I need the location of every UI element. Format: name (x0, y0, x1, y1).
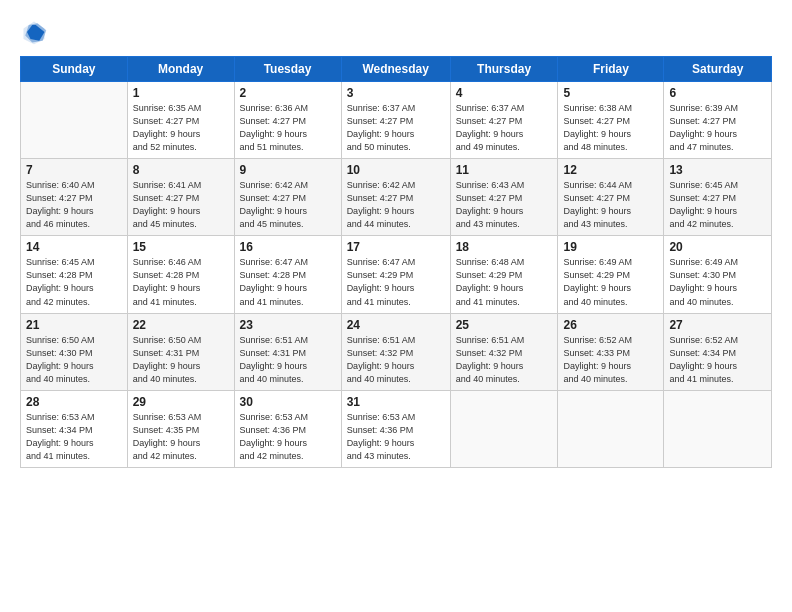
day-number: 14 (26, 240, 122, 254)
day-cell: 2Sunrise: 6:36 AM Sunset: 4:27 PM Daylig… (234, 82, 341, 159)
day-header-sunday: Sunday (21, 57, 128, 82)
day-info: Sunrise: 6:49 AM Sunset: 4:30 PM Dayligh… (669, 256, 766, 308)
day-info: Sunrise: 6:40 AM Sunset: 4:27 PM Dayligh… (26, 179, 122, 231)
day-cell: 15Sunrise: 6:46 AM Sunset: 4:28 PM Dayli… (127, 236, 234, 313)
day-cell: 12Sunrise: 6:44 AM Sunset: 4:27 PM Dayli… (558, 159, 664, 236)
day-number: 26 (563, 318, 658, 332)
day-cell: 25Sunrise: 6:51 AM Sunset: 4:32 PM Dayli… (450, 313, 558, 390)
day-number: 29 (133, 395, 229, 409)
day-cell: 31Sunrise: 6:53 AM Sunset: 4:36 PM Dayli… (341, 390, 450, 467)
day-cell: 28Sunrise: 6:53 AM Sunset: 4:34 PM Dayli… (21, 390, 128, 467)
day-cell (558, 390, 664, 467)
day-cell (664, 390, 772, 467)
header-row: SundayMondayTuesdayWednesdayThursdayFrid… (21, 57, 772, 82)
day-cell: 1Sunrise: 6:35 AM Sunset: 4:27 PM Daylig… (127, 82, 234, 159)
day-number: 31 (347, 395, 445, 409)
day-info: Sunrise: 6:37 AM Sunset: 4:27 PM Dayligh… (347, 102, 445, 154)
day-info: Sunrise: 6:53 AM Sunset: 4:36 PM Dayligh… (240, 411, 336, 463)
day-number: 22 (133, 318, 229, 332)
day-number: 12 (563, 163, 658, 177)
day-number: 28 (26, 395, 122, 409)
day-info: Sunrise: 6:51 AM Sunset: 4:32 PM Dayligh… (456, 334, 553, 386)
week-row-5: 28Sunrise: 6:53 AM Sunset: 4:34 PM Dayli… (21, 390, 772, 467)
day-info: Sunrise: 6:49 AM Sunset: 4:29 PM Dayligh… (563, 256, 658, 308)
day-cell (450, 390, 558, 467)
day-info: Sunrise: 6:53 AM Sunset: 4:34 PM Dayligh… (26, 411, 122, 463)
day-number: 7 (26, 163, 122, 177)
day-number: 18 (456, 240, 553, 254)
day-info: Sunrise: 6:47 AM Sunset: 4:29 PM Dayligh… (347, 256, 445, 308)
day-number: 4 (456, 86, 553, 100)
day-number: 1 (133, 86, 229, 100)
day-header-monday: Monday (127, 57, 234, 82)
day-number: 23 (240, 318, 336, 332)
day-cell: 24Sunrise: 6:51 AM Sunset: 4:32 PM Dayli… (341, 313, 450, 390)
day-header-saturday: Saturday (664, 57, 772, 82)
day-cell: 4Sunrise: 6:37 AM Sunset: 4:27 PM Daylig… (450, 82, 558, 159)
logo-icon (20, 18, 48, 46)
day-info: Sunrise: 6:35 AM Sunset: 4:27 PM Dayligh… (133, 102, 229, 154)
day-cell: 23Sunrise: 6:51 AM Sunset: 4:31 PM Dayli… (234, 313, 341, 390)
day-cell: 17Sunrise: 6:47 AM Sunset: 4:29 PM Dayli… (341, 236, 450, 313)
week-row-2: 7Sunrise: 6:40 AM Sunset: 4:27 PM Daylig… (21, 159, 772, 236)
day-header-friday: Friday (558, 57, 664, 82)
day-number: 17 (347, 240, 445, 254)
day-cell: 27Sunrise: 6:52 AM Sunset: 4:34 PM Dayli… (664, 313, 772, 390)
day-cell: 10Sunrise: 6:42 AM Sunset: 4:27 PM Dayli… (341, 159, 450, 236)
day-info: Sunrise: 6:48 AM Sunset: 4:29 PM Dayligh… (456, 256, 553, 308)
day-info: Sunrise: 6:36 AM Sunset: 4:27 PM Dayligh… (240, 102, 336, 154)
day-cell: 26Sunrise: 6:52 AM Sunset: 4:33 PM Dayli… (558, 313, 664, 390)
day-number: 11 (456, 163, 553, 177)
day-cell: 14Sunrise: 6:45 AM Sunset: 4:28 PM Dayli… (21, 236, 128, 313)
day-number: 8 (133, 163, 229, 177)
page: SundayMondayTuesdayWednesdayThursdayFrid… (0, 0, 792, 612)
day-info: Sunrise: 6:45 AM Sunset: 4:27 PM Dayligh… (669, 179, 766, 231)
day-info: Sunrise: 6:51 AM Sunset: 4:32 PM Dayligh… (347, 334, 445, 386)
calendar-table: SundayMondayTuesdayWednesdayThursdayFrid… (20, 56, 772, 468)
day-cell (21, 82, 128, 159)
day-number: 16 (240, 240, 336, 254)
day-number: 3 (347, 86, 445, 100)
day-cell: 18Sunrise: 6:48 AM Sunset: 4:29 PM Dayli… (450, 236, 558, 313)
day-cell: 11Sunrise: 6:43 AM Sunset: 4:27 PM Dayli… (450, 159, 558, 236)
day-info: Sunrise: 6:50 AM Sunset: 4:31 PM Dayligh… (133, 334, 229, 386)
day-number: 10 (347, 163, 445, 177)
day-info: Sunrise: 6:50 AM Sunset: 4:30 PM Dayligh… (26, 334, 122, 386)
day-cell: 16Sunrise: 6:47 AM Sunset: 4:28 PM Dayli… (234, 236, 341, 313)
day-info: Sunrise: 6:38 AM Sunset: 4:27 PM Dayligh… (563, 102, 658, 154)
day-info: Sunrise: 6:53 AM Sunset: 4:35 PM Dayligh… (133, 411, 229, 463)
day-info: Sunrise: 6:47 AM Sunset: 4:28 PM Dayligh… (240, 256, 336, 308)
day-cell: 21Sunrise: 6:50 AM Sunset: 4:30 PM Dayli… (21, 313, 128, 390)
calendar-header: SundayMondayTuesdayWednesdayThursdayFrid… (21, 57, 772, 82)
day-cell: 8Sunrise: 6:41 AM Sunset: 4:27 PM Daylig… (127, 159, 234, 236)
day-cell: 3Sunrise: 6:37 AM Sunset: 4:27 PM Daylig… (341, 82, 450, 159)
day-cell: 29Sunrise: 6:53 AM Sunset: 4:35 PM Dayli… (127, 390, 234, 467)
day-info: Sunrise: 6:43 AM Sunset: 4:27 PM Dayligh… (456, 179, 553, 231)
day-cell: 20Sunrise: 6:49 AM Sunset: 4:30 PM Dayli… (664, 236, 772, 313)
day-header-tuesday: Tuesday (234, 57, 341, 82)
day-number: 9 (240, 163, 336, 177)
day-number: 20 (669, 240, 766, 254)
day-info: Sunrise: 6:42 AM Sunset: 4:27 PM Dayligh… (347, 179, 445, 231)
day-info: Sunrise: 6:37 AM Sunset: 4:27 PM Dayligh… (456, 102, 553, 154)
week-row-3: 14Sunrise: 6:45 AM Sunset: 4:28 PM Dayli… (21, 236, 772, 313)
day-cell: 30Sunrise: 6:53 AM Sunset: 4:36 PM Dayli… (234, 390, 341, 467)
day-cell: 22Sunrise: 6:50 AM Sunset: 4:31 PM Dayli… (127, 313, 234, 390)
day-info: Sunrise: 6:53 AM Sunset: 4:36 PM Dayligh… (347, 411, 445, 463)
week-row-4: 21Sunrise: 6:50 AM Sunset: 4:30 PM Dayli… (21, 313, 772, 390)
day-number: 15 (133, 240, 229, 254)
day-number: 5 (563, 86, 658, 100)
day-header-wednesday: Wednesday (341, 57, 450, 82)
day-number: 2 (240, 86, 336, 100)
day-number: 19 (563, 240, 658, 254)
day-info: Sunrise: 6:46 AM Sunset: 4:28 PM Dayligh… (133, 256, 229, 308)
day-number: 13 (669, 163, 766, 177)
day-number: 25 (456, 318, 553, 332)
day-info: Sunrise: 6:44 AM Sunset: 4:27 PM Dayligh… (563, 179, 658, 231)
day-info: Sunrise: 6:51 AM Sunset: 4:31 PM Dayligh… (240, 334, 336, 386)
day-number: 27 (669, 318, 766, 332)
calendar-body: 1Sunrise: 6:35 AM Sunset: 4:27 PM Daylig… (21, 82, 772, 468)
day-cell: 5Sunrise: 6:38 AM Sunset: 4:27 PM Daylig… (558, 82, 664, 159)
day-info: Sunrise: 6:45 AM Sunset: 4:28 PM Dayligh… (26, 256, 122, 308)
day-number: 24 (347, 318, 445, 332)
